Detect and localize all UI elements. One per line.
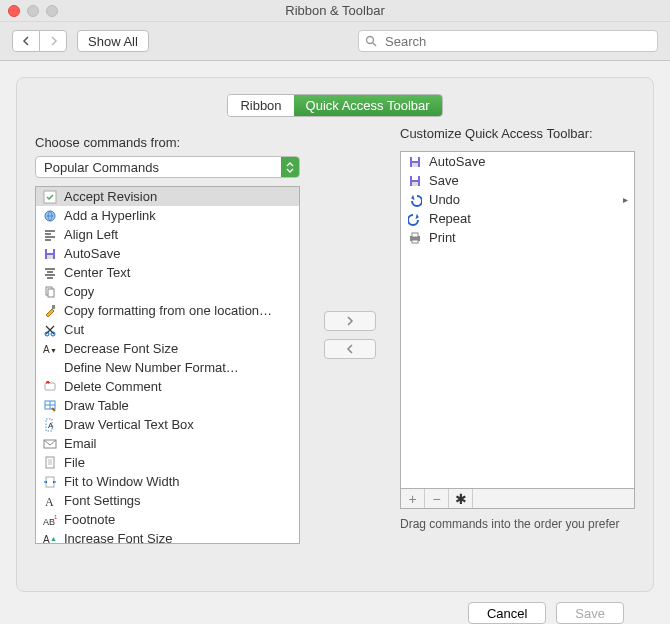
list-item-label: Decrease Font Size (64, 340, 178, 357)
blank-icon (42, 360, 58, 376)
list-item-label: Accept Revision (64, 188, 157, 205)
cancel-button[interactable]: Cancel (468, 602, 546, 624)
list-item[interactable]: Fit to Window Width (36, 472, 299, 491)
qat-commands-list[interactable]: AutoSaveSaveUndo▸RepeatPrint (400, 151, 635, 489)
list-item[interactable]: Copy formatting from one location… (36, 301, 299, 320)
list-item-label: Email (64, 435, 97, 452)
title-bar: Ribbon & Toolbar (0, 0, 670, 22)
zoom-window-icon (46, 5, 58, 17)
list-item[interactable]: Email (36, 434, 299, 453)
svg-rect-5 (47, 249, 53, 253)
svg-text:▲: ▲ (50, 535, 57, 542)
back-button[interactable] (12, 30, 40, 52)
svg-text:x: x (46, 380, 49, 385)
list-item[interactable]: Accept Revision (36, 187, 299, 206)
list-item[interactable]: AutoSave (36, 244, 299, 263)
print-icon (407, 230, 423, 246)
nav-segment (12, 30, 67, 52)
svg-line-1 (373, 43, 376, 46)
submenu-indicator-icon: ▸ (623, 191, 628, 208)
list-item[interactable]: Draw Table (36, 396, 299, 415)
svg-text:▼: ▼ (50, 347, 57, 354)
list-item[interactable]: File (36, 453, 299, 472)
customize-qat-label: Customize Quick Access Toolbar: (400, 126, 635, 141)
list-item-label: Repeat (429, 210, 471, 227)
remove-command-button[interactable] (324, 339, 376, 359)
link-icon (42, 208, 58, 224)
list-item[interactable]: xDelete Comment (36, 377, 299, 396)
alignleft-icon (42, 227, 58, 243)
svg-text:A: A (43, 534, 50, 544)
reorder-hint: Drag commands into the order you prefer (400, 517, 635, 531)
list-item[interactable]: Cut (36, 320, 299, 339)
list-item-label: Draw Vertical Text Box (64, 416, 194, 433)
tab-ribbon[interactable]: Ribbon (228, 95, 293, 116)
search-icon (365, 35, 377, 47)
file-icon (42, 455, 58, 471)
redo-icon (407, 211, 423, 227)
list-item-label: Copy (64, 283, 94, 300)
list-item-label: Draw Table (64, 397, 129, 414)
available-commands-list[interactable]: Accept RevisionAdd a HyperlinkAlign Left… (35, 186, 300, 544)
svg-rect-6 (47, 255, 53, 259)
remove-button[interactable]: − (425, 489, 449, 508)
forward-button[interactable] (39, 30, 67, 52)
actions-button[interactable]: ✱ (449, 489, 473, 508)
list-item[interactable]: Repeat (401, 209, 634, 228)
show-all-button[interactable]: Show All (77, 30, 149, 52)
list-item[interactable]: A▼Decrease Font Size (36, 339, 299, 358)
list-item-label: Center Text (64, 264, 130, 281)
commands-category-select[interactable]: Popular Commands (35, 156, 300, 178)
preferences-toolbar: Show All (0, 22, 670, 61)
save-icon (407, 154, 423, 170)
list-item[interactable]: AutoSave (401, 152, 634, 171)
svg-rect-29 (412, 163, 418, 167)
close-window-icon[interactable] (8, 5, 20, 17)
window-controls (8, 5, 58, 17)
qat-list-actions: + − ✱ (400, 489, 635, 509)
svg-text:1: 1 (54, 514, 57, 520)
fontA-icon: A (42, 493, 58, 509)
brush-icon (42, 303, 58, 319)
tab-group: Ribbon Quick Access Toolbar (227, 94, 442, 117)
fontdec-icon: A▼ (42, 341, 58, 357)
list-item[interactable]: Add a Hyperlink (36, 206, 299, 225)
add-button[interactable]: + (401, 489, 425, 508)
save-icon (42, 246, 58, 262)
svg-point-0 (367, 37, 374, 44)
add-command-button[interactable] (324, 311, 376, 331)
svg-rect-34 (412, 233, 418, 237)
search-input[interactable] (383, 33, 651, 50)
list-item[interactable]: A▲Increase Font Size (36, 529, 299, 543)
search-field[interactable] (358, 30, 658, 52)
list-item-label: Align Left (64, 226, 118, 243)
list-item[interactable]: Define New Number Format… (36, 358, 299, 377)
list-item[interactable]: AB1Footnote (36, 510, 299, 529)
list-item[interactable]: Center Text (36, 263, 299, 282)
accept-icon (42, 189, 58, 205)
list-item-label: Footnote (64, 511, 115, 528)
svg-text:A: A (48, 421, 54, 430)
list-item[interactable]: Align Left (36, 225, 299, 244)
tab-quick-access-toolbar[interactable]: Quick Access Toolbar (294, 95, 442, 116)
preferences-panel: Ribbon Quick Access Toolbar Choose comma… (16, 77, 654, 592)
list-item-label: Font Settings (64, 492, 141, 509)
list-item-label: Print (429, 229, 456, 246)
list-item[interactable]: Save (401, 171, 634, 190)
list-item-label: Undo (429, 191, 460, 208)
email-icon (42, 436, 58, 452)
copy-icon (42, 284, 58, 300)
list-item[interactable]: Undo▸ (401, 190, 634, 209)
select-value: Popular Commands (44, 160, 159, 175)
list-item-label: Add a Hyperlink (64, 207, 156, 224)
window-title: Ribbon & Toolbar (285, 3, 385, 18)
list-item[interactable]: Copy (36, 282, 299, 301)
select-stepper-icon (281, 157, 299, 177)
svg-text:A: A (45, 495, 54, 508)
list-item[interactable]: AFont Settings (36, 491, 299, 510)
list-item[interactable]: Print (401, 228, 634, 247)
save-button: Save (556, 602, 624, 624)
chevron-left-icon (22, 36, 31, 46)
list-item[interactable]: ADraw Vertical Text Box (36, 415, 299, 434)
plus-icon: + (408, 491, 416, 507)
